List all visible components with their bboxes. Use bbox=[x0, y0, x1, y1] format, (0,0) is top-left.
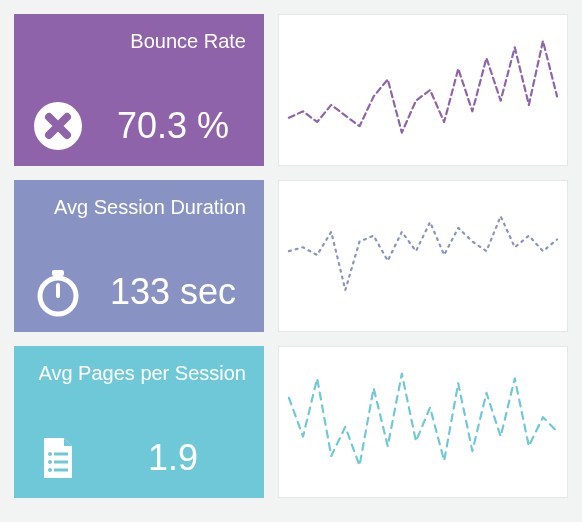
sparkline-path-bounce bbox=[289, 41, 557, 133]
metric-value-pages: 1.9 bbox=[100, 437, 246, 479]
svg-point-5 bbox=[48, 452, 52, 456]
metric-title-session: Avg Session Duration bbox=[32, 196, 246, 219]
metric-body-session: 133 sec bbox=[32, 266, 246, 318]
row-pages: Avg Pages per Session 1.9 bbox=[14, 346, 568, 498]
svg-point-7 bbox=[48, 460, 52, 464]
svg-point-9 bbox=[48, 468, 52, 472]
svg-rect-6 bbox=[54, 453, 68, 456]
close-circle-icon bbox=[32, 100, 84, 152]
sparkline-bounce bbox=[278, 14, 568, 166]
metric-card-pages: Avg Pages per Session 1.9 bbox=[14, 346, 264, 498]
sparkline-pages bbox=[278, 346, 568, 498]
metric-value-session: 133 sec bbox=[100, 271, 246, 313]
metric-body-bounce: 70.3 % bbox=[32, 100, 246, 152]
metric-value-bounce: 70.3 % bbox=[100, 105, 246, 147]
metric-body-pages: 1.9 bbox=[32, 432, 246, 484]
row-session: Avg Session Duration 133 sec bbox=[14, 180, 568, 332]
svg-rect-10 bbox=[54, 469, 68, 472]
metric-title-bounce: Bounce Rate bbox=[32, 30, 246, 53]
sparkline-session bbox=[278, 180, 568, 332]
sparkline-path-pages bbox=[289, 374, 557, 466]
row-bounce: Bounce Rate 70.3 % bbox=[14, 14, 568, 166]
svg-rect-2 bbox=[52, 270, 64, 276]
metric-title-pages: Avg Pages per Session bbox=[32, 362, 246, 385]
document-list-icon bbox=[32, 432, 84, 484]
metric-card-session: Avg Session Duration 133 sec bbox=[14, 180, 264, 332]
stopwatch-icon bbox=[32, 266, 84, 318]
svg-rect-8 bbox=[54, 461, 68, 464]
metric-card-bounce: Bounce Rate 70.3 % bbox=[14, 14, 264, 166]
sparkline-path-session bbox=[289, 216, 557, 290]
